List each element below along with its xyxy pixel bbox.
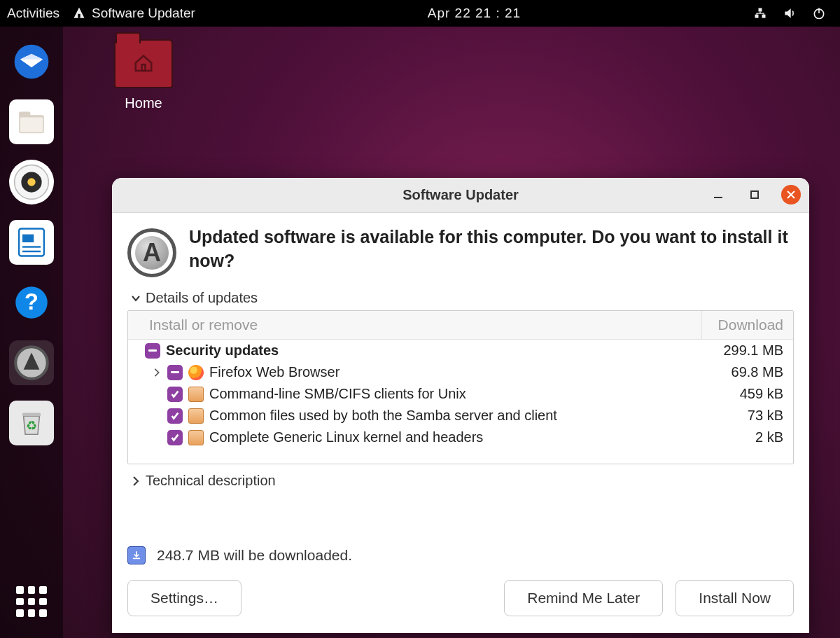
update-row-label: Complete Generic Linux kernel and header… [209,429,694,445]
checkbox-checked-icon[interactable] [167,387,183,402]
checkbox-indeterminate-icon[interactable] [167,365,183,380]
technical-expander-label: Technical description [146,473,276,489]
desktop-home-icon[interactable]: Home [112,39,175,111]
svg-rect-8 [19,111,30,117]
svg-rect-9 [20,118,43,132]
trash-icon: ♻ [13,405,50,441]
updates-list: Install or remove Download Security upda… [127,310,794,464]
software-updater-window: Software Updater A Updated software is a… [112,178,809,633]
app-indicator-label: Software Updater [92,6,195,21]
svg-rect-0 [78,14,80,18]
download-size-text: 248.7 MB will be downloaded. [157,547,352,564]
folder-icon [114,39,173,88]
dock-software-updater[interactable] [9,340,54,385]
home-glyph-icon [132,53,155,74]
power-icon[interactable] [812,6,826,20]
window-maximize-button[interactable] [745,185,764,204]
update-row-size: 459 kB [699,386,783,402]
update-row[interactable]: Firefox Web Browser 69.8 MB [128,361,793,383]
volume-icon[interactable] [783,6,797,20]
speaker-icon [13,164,50,200]
update-row[interactable]: Common files used by both the Samba serv… [128,405,793,427]
update-row-label: Command-line SMB/CIFS clients for Unix [209,386,694,402]
update-row[interactable]: Complete Generic Linux kernel and header… [128,427,793,448]
package-icon [188,387,204,402]
top-bar: Activities Software Updater Apr 22 21 : … [0,0,840,27]
dock-apps-button[interactable] [16,586,47,617]
technical-expander[interactable]: Technical description [130,473,794,489]
chevron-down-icon [130,293,141,304]
update-row-size: 73 kB [699,408,783,424]
writer-icon [13,224,50,261]
svg-rect-3 [759,8,762,12]
files-icon [13,104,50,140]
dock-trash[interactable]: ♻ [9,401,54,445]
updates-group-security[interactable]: Security updates 299.1 MB [128,340,793,361]
window-title: Software Updater [402,187,519,203]
network-icon[interactable] [753,6,767,20]
minimize-icon [713,189,724,200]
details-expander[interactable]: Details of updates [130,290,794,306]
remind-later-button[interactable]: Remind Me Later [504,580,663,616]
dock-help[interactable]: ? [9,280,54,325]
window-close-button[interactable] [781,185,801,204]
checkbox-checked-icon[interactable] [167,408,183,424]
install-now-button[interactable]: Install Now [676,580,794,616]
app-indicator[interactable]: Software Updater [72,6,195,21]
svg-rect-2 [762,15,766,18]
column-download[interactable]: Download [702,311,793,339]
apps-grid-icon [16,586,47,617]
dock-rhythmbox[interactable] [9,160,54,204]
chevron-right-icon [130,476,141,487]
svg-text:♻: ♻ [26,419,37,433]
dock-writer[interactable] [9,220,54,265]
window-minimize-button[interactable] [708,185,728,204]
updater-header-icon: A [127,228,176,277]
svg-point-12 [27,178,35,186]
updater-headline: Updated software is available for this c… [189,226,794,273]
svg-text:?: ? [24,289,38,314]
download-icon [127,546,146,564]
dock-files[interactable] [9,99,54,144]
clock[interactable]: Apr 22 21 : 21 [428,6,521,21]
svg-rect-20 [22,412,41,416]
maximize-icon [749,189,760,200]
checkbox-checked-icon[interactable] [167,430,183,445]
download-size-row: 248.7 MB will be downloaded. [127,546,794,564]
close-icon [785,189,797,200]
settings-button[interactable]: Settings… [127,580,241,616]
update-row-label: Firefox Web Browser [209,364,694,380]
details-expander-label: Details of updates [146,290,258,306]
update-row-size: 69.8 MB [699,364,783,380]
chevron-right-icon[interactable] [152,368,162,377]
svg-rect-24 [751,191,758,198]
package-icon [188,430,204,445]
dock: ? ♻ [0,27,63,638]
dock-thunderbird[interactable] [9,39,54,84]
thunderbird-icon [13,43,50,80]
activities-button[interactable]: Activities [7,6,59,21]
software-updater-icon [13,345,50,381]
svg-rect-22 [142,64,146,71]
svg-rect-14 [22,235,34,242]
update-row-label: Common files used by both the Samba serv… [209,408,694,424]
help-icon: ? [13,284,50,321]
updater-indicator-icon [72,6,86,20]
group-size: 299.1 MB [699,342,783,359]
desktop-home-label: Home [112,95,175,111]
update-row-size: 2 kB [699,429,783,445]
update-row[interactable]: Command-line SMB/CIFS clients for Unix 4… [128,383,793,405]
package-icon [188,408,204,424]
checkbox-indeterminate-icon[interactable] [145,343,160,359]
group-label: Security updates [166,342,694,359]
svg-rect-1 [755,15,759,18]
firefox-icon [188,365,204,380]
column-name[interactable]: Install or remove [128,311,702,339]
window-titlebar[interactable]: Software Updater [112,178,809,213]
updates-list-header: Install or remove Download [128,311,793,340]
